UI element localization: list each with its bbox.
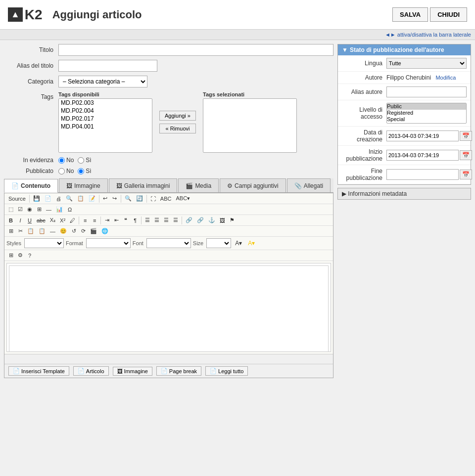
fullscreen-button[interactable]: ⛶ (148, 195, 158, 203)
rimuovi-button[interactable]: « Rimuovi (159, 124, 196, 133)
access-listbox[interactable]: Public Registered Special (386, 103, 467, 124)
divider-button[interactable]: ¶ (131, 216, 140, 224)
tags-selected-list[interactable] (203, 98, 297, 153)
data-creazione-cal-button[interactable]: 📅 (460, 131, 472, 141)
in-evidenza-no[interactable]: No (58, 157, 74, 164)
paste-button[interactable]: 📋 (75, 194, 86, 203)
special2-button[interactable]: ⟳ (79, 227, 88, 235)
access-registered[interactable]: Registered (387, 110, 466, 116)
paste2-button[interactable]: 📋 (37, 227, 48, 235)
radio-button[interactable]: ◉ (25, 205, 34, 214)
tab-galleria[interactable]: 🖼 Galleria immagini (109, 178, 178, 192)
unlink-button[interactable]: 🔗 (195, 216, 206, 224)
in-evidenza-no-radio[interactable] (58, 157, 65, 164)
superscript-button[interactable]: X² (58, 216, 67, 224)
color-button[interactable]: 🖊 (68, 216, 77, 224)
tab-campi[interactable]: ⚙ Campi aggiuntivi (220, 178, 286, 192)
help-button[interactable]: ? (25, 252, 34, 260)
italic-button[interactable]: I (16, 216, 25, 224)
pubblicato-si-radio[interactable] (78, 168, 84, 174)
aggiungi-button[interactable]: Aggiungi » (159, 111, 196, 121)
chart-button[interactable]: 📊 (54, 205, 65, 214)
selectall-button[interactable]: ⬚ (6, 205, 15, 214)
blockquote-button[interactable]: ❝ (121, 216, 130, 224)
cut-button[interactable]: ✂ (16, 227, 25, 235)
editor-scroll[interactable] (6, 263, 331, 352)
bold-button[interactable]: B (6, 216, 15, 224)
table-button[interactable]: ⊞ (35, 205, 44, 214)
anchor-button[interactable]: ⚓ (206, 216, 217, 224)
preview-button[interactable]: 🔍 (64, 194, 75, 203)
bgcolor-button[interactable]: A▾ (246, 239, 257, 248)
fine-pubbl-cal-button[interactable]: 📅 (460, 170, 472, 179)
indent-button[interactable]: ⇥ (102, 216, 111, 224)
smiley-button[interactable]: 😊 (58, 227, 69, 235)
subscript-button[interactable]: X₂ (48, 216, 57, 224)
fontcolor-button[interactable]: A▾ (233, 239, 244, 248)
close-button[interactable]: CHIUDI (430, 7, 467, 22)
styles-select[interactable] (24, 238, 64, 248)
ol-button[interactable]: ≡ (81, 216, 90, 224)
find-button[interactable]: 🔍 (123, 194, 134, 203)
hr-button[interactable]: — (48, 227, 57, 235)
data-creazione-input[interactable] (386, 130, 459, 141)
strikethrough-button[interactable]: abc (35, 216, 48, 224)
link-button[interactable]: 🔗 (184, 216, 194, 224)
table3-button[interactable]: ⊞ (6, 251, 15, 260)
redo-button[interactable]: ↪ (110, 194, 119, 203)
size-select[interactable] (206, 238, 231, 248)
font-select[interactable] (146, 238, 191, 248)
copy-button[interactable]: 📋 (25, 227, 36, 235)
checkbox-button[interactable]: ☑ (16, 205, 25, 214)
flag-button[interactable]: ⚑ (228, 216, 237, 224)
pubblicato-si[interactable]: Sì (78, 168, 91, 174)
metadata-header[interactable]: ▶ Informazioni metadata (337, 188, 471, 200)
tab-allegati[interactable]: 📎 Allegati (287, 178, 331, 192)
specialchar-button[interactable]: Ω (65, 206, 74, 214)
image-insert-button[interactable]: 🖼 (218, 216, 227, 224)
print-button[interactable]: 🖨 (54, 195, 63, 203)
titolo-input[interactable] (58, 44, 333, 56)
settings-button[interactable]: ⚙ (16, 251, 25, 260)
tab-media[interactable]: 🎬 Media (178, 178, 219, 192)
immagine-bottom-button[interactable]: 🖼 Immagine (113, 367, 152, 376)
about-button[interactable]: ↺ (69, 227, 78, 235)
tags-available-list[interactable]: MD.P02.003MD.P02.004MD.P02.017MD.P04.001 (58, 98, 152, 153)
editor-area[interactable] (9, 265, 329, 352)
source-button[interactable]: Source (6, 195, 28, 203)
tab-immagine[interactable]: 🖼 Immagine (59, 178, 108, 192)
lingua-select[interactable]: Tutte (386, 58, 467, 69)
align-left-button[interactable]: ☰ (143, 216, 152, 224)
underline-button[interactable]: U (25, 216, 34, 224)
save-doc-button[interactable]: 💾 (31, 194, 42, 203)
ul-button[interactable]: ≡ (90, 216, 99, 224)
alias-input[interactable] (58, 60, 157, 72)
access-public[interactable]: Public (387, 103, 466, 110)
save-button[interactable]: SALVA (392, 7, 428, 22)
new-doc-button[interactable]: 📄 (43, 194, 53, 203)
sidebar-toggle-link[interactable]: ◄► attiva/disattiva la barra laterale (385, 32, 471, 38)
outdent-button[interactable]: ⇤ (112, 216, 121, 224)
format-select[interactable] (86, 238, 131, 248)
in-evidenza-si-radio[interactable] (78, 157, 84, 164)
categoria-select[interactable]: – Seleziona categoria – (58, 76, 147, 87)
inizio-pubbl-input[interactable] (386, 150, 459, 161)
inizio-pubbl-cal-button[interactable]: 📅 (460, 150, 472, 160)
pubblicato-no-radio[interactable] (58, 168, 65, 174)
paste-text-button[interactable]: 📝 (87, 194, 97, 203)
align-justify-button[interactable]: ☰ (171, 216, 180, 224)
spellcheck-button[interactable]: ABC (158, 195, 174, 203)
earth-button[interactable]: 🌐 (99, 227, 110, 235)
leggi-tutto-button[interactable]: 📄 Leggi tutto (205, 366, 248, 376)
in-evidenza-si[interactable]: Sì (78, 157, 91, 164)
alias-autore-input[interactable] (386, 87, 467, 97)
spellcheck2-button[interactable]: ABC▾ (174, 194, 192, 203)
align-center-button[interactable]: ☰ (152, 216, 161, 224)
table2-button[interactable]: ⊞ (6, 227, 15, 235)
access-special[interactable]: Special (387, 116, 466, 123)
align-right-button[interactable]: ☰ (162, 216, 171, 224)
page-break-button[interactable]: 📄 Page break (156, 366, 201, 376)
pubblicato-no[interactable]: No (58, 168, 74, 174)
inserisci-template-button[interactable]: 📄 Inserisci Template (8, 366, 69, 376)
replace-button[interactable]: 🔄 (134, 194, 145, 203)
